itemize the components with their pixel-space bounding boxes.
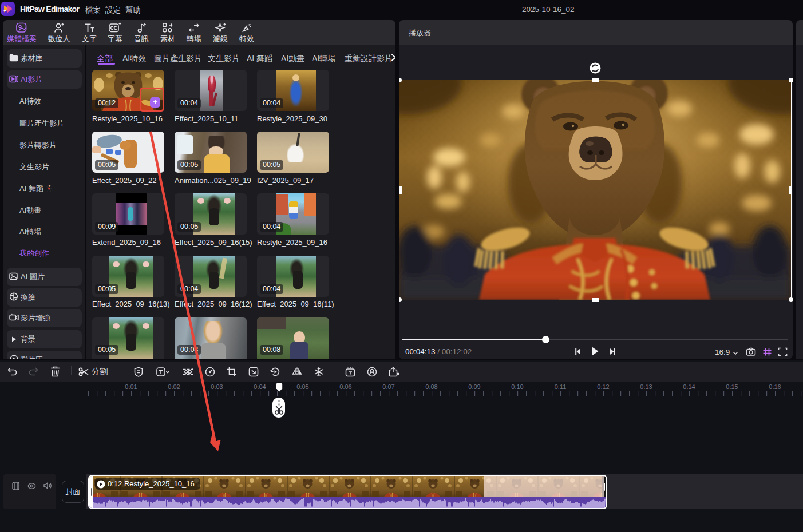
svg-text:0:05: 0:05 xyxy=(296,383,308,390)
svg-text:0:10: 0:10 xyxy=(511,383,523,390)
svg-text:0:15: 0:15 xyxy=(726,383,738,390)
svg-text:0:02: 0:02 xyxy=(168,383,180,390)
svg-text:0:14: 0:14 xyxy=(683,383,695,390)
svg-text:0:08: 0:08 xyxy=(425,383,437,390)
svg-text:0:07: 0:07 xyxy=(382,383,394,390)
svg-text:0:11: 0:11 xyxy=(555,383,567,390)
svg-text:0:13: 0:13 xyxy=(640,383,652,390)
svg-text:0:06: 0:06 xyxy=(339,383,351,390)
svg-text:0:16: 0:16 xyxy=(769,383,781,390)
svg-text:0:04: 0:04 xyxy=(254,383,266,390)
svg-text:0:12: 0:12 xyxy=(597,383,609,390)
svg-text:0:01: 0:01 xyxy=(125,383,137,390)
svg-text:0:09: 0:09 xyxy=(468,383,480,390)
svg-text:0:03: 0:03 xyxy=(211,383,223,390)
